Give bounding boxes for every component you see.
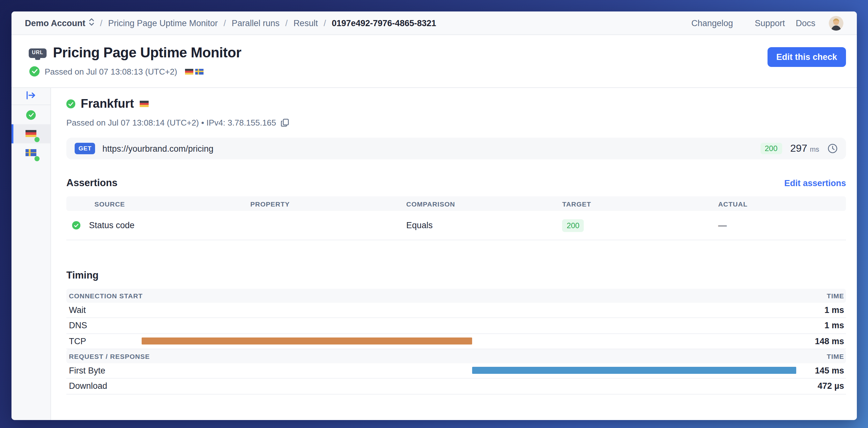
timing-row-tcp: TCP 148 ms — [66, 334, 846, 349]
timing-value: 1 ms — [824, 321, 846, 330]
user-avatar[interactable] — [829, 15, 843, 30]
group-label: CONNECTION START — [69, 292, 143, 300]
col-comparison: COMPARISON — [378, 200, 534, 207]
timing-row-wait: Wait 1 ms — [66, 302, 846, 318]
request-url: https://yourbrand.com/pricing — [102, 144, 213, 153]
col-target: TARGET — [534, 200, 690, 207]
timing-label: DNS — [66, 321, 87, 330]
timing-label: Wait — [66, 305, 86, 315]
check-status-text: Passed on Jul 07 13:08:13 (UTC+2) — [45, 67, 177, 76]
tcp-duration-bar — [142, 338, 472, 345]
http-method-badge: GET — [75, 143, 95, 154]
germany-flag-icon — [26, 128, 36, 140]
breadcrumb-separator: / — [224, 18, 226, 28]
timing-row-first-byte: First Byte 145 ms — [66, 363, 846, 378]
app-window: Demo Account / Pricing Page Uptime Monit… — [11, 11, 857, 420]
breadcrumb-separator: / — [323, 18, 326, 28]
account-switcher[interactable]: Demo Account — [25, 18, 94, 28]
timing-value: 1 ms — [824, 305, 846, 315]
status-dot — [34, 156, 39, 161]
page-title: Pricing Page Uptime Monitor — [53, 44, 242, 61]
assertion-target-badge: 200 — [562, 219, 584, 232]
timing-label: TCP — [66, 336, 86, 346]
top-bar: Demo Account / Pricing Page Uptime Monit… — [11, 11, 857, 35]
copy-ip-button[interactable] — [280, 119, 289, 127]
germany-flag-icon — [185, 68, 193, 74]
run-meta-text: Passed on Jul 07 13:08:14 (UTC+2) • IPv4… — [66, 118, 276, 128]
page-header: URL Pricing Page Uptime Monitor Passed o… — [11, 35, 857, 87]
col-property: PROPERTY — [222, 200, 378, 207]
timing-table: CONNECTION START TIME Wait 1 ms DNS 1 ms — [66, 289, 846, 394]
assertion-row: Status code Equals 200 — — [66, 211, 846, 240]
timing-value: 145 ms — [815, 366, 846, 375]
first-byte-duration-bar — [472, 367, 796, 374]
assertions-section: Assertions Edit assertions SOURCE PROPER… — [66, 177, 846, 240]
col-actual: ACTUAL — [690, 200, 846, 207]
assertions-title: Assertions — [66, 177, 117, 189]
nav-support[interactable]: Support — [755, 18, 785, 28]
response-time-value: 297 — [790, 143, 807, 154]
timing-row-download: Download 472 µs — [66, 378, 846, 394]
assertions-table: SOURCE PROPERTY COMPARISON TARGET ACTUAL — [66, 196, 846, 240]
timing-group-connection-start: CONNECTION START TIME — [66, 289, 846, 302]
account-name: Demo Account — [25, 18, 86, 28]
status-code-badge: 200 — [760, 143, 782, 154]
response-time-unit: ms — [810, 145, 819, 153]
sweden-flag-icon — [195, 68, 204, 74]
timing-title: Timing — [66, 270, 99, 281]
sidebar-item-location-stockholm[interactable] — [11, 143, 51, 163]
col-source: SOURCE — [66, 200, 222, 207]
sidebar-item-overall-status[interactable] — [11, 105, 51, 124]
breadcrumb-separator: / — [100, 18, 103, 28]
breadcrumb: Demo Account / Pricing Page Uptime Monit… — [25, 18, 436, 28]
timing-value: 148 ms — [815, 336, 846, 346]
sweden-flag-icon — [26, 147, 36, 159]
assertions-table-header: SOURCE PROPERTY COMPARISON TARGET ACTUAL — [66, 196, 846, 211]
timing-row-dns: DNS 1 ms — [66, 318, 846, 334]
nav-changelog[interactable]: Changelog — [691, 18, 733, 28]
result-panel: Frankfurt Passed on Jul 07 13:08:14 (UTC… — [51, 88, 857, 420]
germany-flag-icon — [140, 101, 149, 107]
check-type-url-icon: URL — [29, 48, 46, 58]
location-name: Frankfurt — [81, 97, 134, 111]
group-label: REQUEST / RESPONSE — [69, 353, 150, 360]
edit-check-button[interactable]: Edit this check — [767, 47, 846, 67]
time-column-label: TIME — [827, 292, 844, 300]
clock-icon[interactable] — [828, 143, 838, 154]
timing-label: Download — [66, 382, 107, 391]
assertion-passed-icon — [72, 222, 80, 229]
request-summary: GET https://yourbrand.com/pricing 200 29… — [66, 138, 846, 159]
timing-value: 472 µs — [817, 382, 846, 391]
assertion-actual: — — [690, 221, 846, 230]
time-column-label: TIME — [827, 353, 844, 360]
run-sidebar — [11, 88, 51, 420]
backdrop: Demo Account / Pricing Page Uptime Monit… — [0, 0, 868, 428]
breadcrumb-check[interactable]: Pricing Page Uptime Monitor — [108, 18, 218, 28]
arrow-into-bar-icon — [26, 91, 36, 102]
timing-section: Timing CONNECTION START TIME Wait 1 ms D… — [66, 270, 846, 394]
assertion-source: Status code — [89, 221, 135, 230]
breadcrumb-result[interactable]: Result — [293, 18, 318, 28]
edit-assertions-link[interactable]: Edit assertions — [784, 178, 846, 188]
status-dot — [34, 137, 39, 142]
breadcrumb-result-id: 0197e492-7976-4865-8321 — [332, 18, 436, 28]
chevron-updown-icon — [89, 18, 94, 28]
breadcrumb-parallel-runs[interactable]: Parallel runs — [231, 18, 279, 28]
green-check-icon — [26, 110, 36, 120]
passed-check-icon — [29, 66, 39, 76]
assertion-comparison: Equals — [378, 221, 534, 230]
top-nav: Changelog Support Docs — [691, 15, 843, 30]
nav-docs[interactable]: Docs — [796, 18, 815, 28]
sidebar-item-location-frankfurt[interactable] — [11, 124, 51, 143]
timing-group-request-response: REQUEST / RESPONSE TIME — [66, 349, 846, 363]
timing-label: First Byte — [66, 366, 105, 375]
sidebar-collapse-toggle[interactable] — [11, 88, 51, 105]
location-passed-check-icon — [66, 100, 75, 108]
breadcrumb-separator: / — [285, 18, 288, 28]
